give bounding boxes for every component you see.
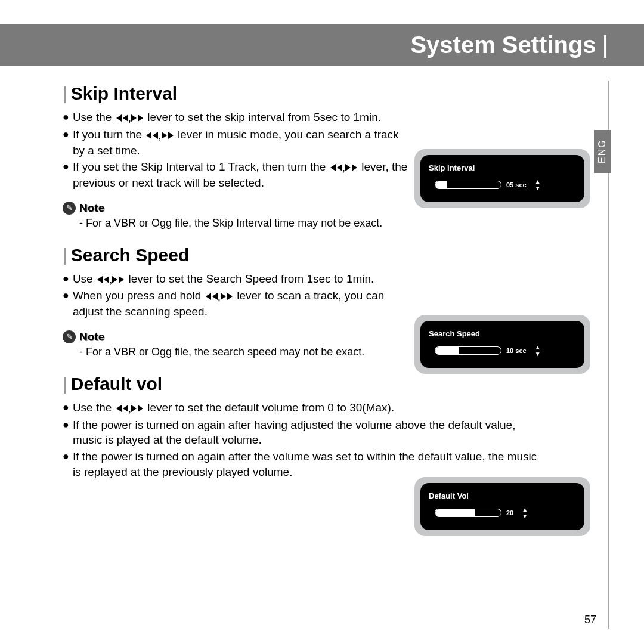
prev-next-icon: , [97,272,124,287]
device-title: Default Vol [429,491,576,500]
page-title: System Settings [410,32,596,58]
default-vol-bullets: ● Use the , lever to set the default vol… [63,400,620,479]
progress-bar [435,509,501,517]
device-value: 05 sec [506,181,527,188]
prev-next-icon: , [116,401,143,416]
prev-next-icon: , [206,289,233,305]
device-default-vol: Default Vol 20 ▲▼ [414,477,590,536]
up-down-icon: ▲▼ [535,178,540,191]
pencil-icon: ✎ [63,202,76,215]
device-value: 10 sec [506,347,527,354]
skip-note-text: - For a VBR or Ogg file, the Skip Interv… [79,217,620,230]
device-title: Skip Interval [429,163,576,172]
heading-skip-interval: |Skip Interval [63,83,620,104]
device-skip-interval: Skip Interval 05 sec ▲▼ [414,149,590,208]
progress-bar [435,181,501,189]
heading-default-vol: |Default vol [63,374,620,394]
prev-next-icon: , [116,110,143,126]
progress-fill [435,509,475,516]
up-down-icon: ▲▼ [535,344,540,357]
title-divider: | [602,32,608,58]
heading-search-speed: |Search Speed [63,245,620,265]
page-number: 57 [584,614,596,626]
device-search-speed: Search Speed 10 sec ▲▼ [414,315,590,374]
content-area: |Skip Interval ● Use the , lever to set … [63,83,620,490]
up-down-icon: ▲▼ [522,506,527,519]
progress-fill [435,347,459,354]
progress-fill [435,181,447,188]
prev-next-icon: , [146,128,173,143]
progress-bar [435,346,501,355]
header-band: System Settings | [0,24,644,66]
device-title: Search Speed [429,329,576,338]
device-value: 20 [506,509,513,516]
pencil-icon: ✎ [63,330,76,343]
search-speed-bullets: ● Use , lever to set the Search Speed fr… [63,271,620,320]
prev-next-icon: , [330,160,357,175]
